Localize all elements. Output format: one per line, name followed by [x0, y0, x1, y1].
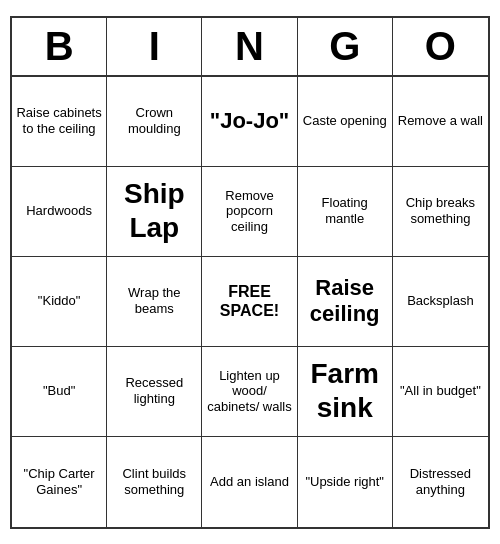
- bingo-cell-12: FREE SPACE!: [202, 257, 297, 347]
- bingo-cell-10: "Kiddo": [12, 257, 107, 347]
- header-letter-I: I: [107, 18, 202, 75]
- bingo-cell-19: "All in budget": [393, 347, 488, 437]
- cell-text-5: Hardwoods: [26, 203, 92, 219]
- cell-text-21: Clint builds something: [111, 466, 197, 497]
- bingo-cell-8: Floating mantle: [298, 167, 393, 257]
- cell-text-3: Caste opening: [303, 113, 387, 129]
- bingo-cell-1: Crown moulding: [107, 77, 202, 167]
- cell-text-24: Distressed anything: [397, 466, 484, 497]
- cell-text-15: "Bud": [43, 383, 75, 399]
- cell-text-17: Lighten up wood/ cabinets/ walls: [206, 368, 292, 415]
- cell-text-1: Crown moulding: [111, 105, 197, 136]
- bingo-card: BINGO Raise cabinets to the ceilingCrown…: [10, 16, 490, 529]
- cell-text-4: Remove a wall: [398, 113, 483, 129]
- cell-text-19: "All in budget": [400, 383, 481, 399]
- cell-text-8: Floating mantle: [302, 195, 388, 226]
- cell-text-20: "Chip Carter Gaines": [16, 466, 102, 497]
- cell-text-14: Backsplash: [407, 293, 473, 309]
- bingo-cell-2: "Jo-Jo": [202, 77, 297, 167]
- bingo-cell-11: Wrap the beams: [107, 257, 202, 347]
- cell-text-2: "Jo-Jo": [210, 108, 290, 134]
- bingo-cell-5: Hardwoods: [12, 167, 107, 257]
- cell-text-0: Raise cabinets to the ceiling: [16, 105, 102, 136]
- cell-text-22: Add an island: [210, 474, 289, 490]
- header-letter-N: N: [202, 18, 297, 75]
- bingo-cell-7: Remove popcorn ceiling: [202, 167, 297, 257]
- cell-text-11: Wrap the beams: [111, 285, 197, 316]
- bingo-cell-9: Chip breaks something: [393, 167, 488, 257]
- bingo-cell-4: Remove a wall: [393, 77, 488, 167]
- bingo-cell-16: Recessed lighting: [107, 347, 202, 437]
- cell-text-18: Farm sink: [302, 357, 388, 424]
- bingo-cell-24: Distressed anything: [393, 437, 488, 527]
- bingo-cell-22: Add an island: [202, 437, 297, 527]
- bingo-cell-21: Clint builds something: [107, 437, 202, 527]
- bingo-cell-15: "Bud": [12, 347, 107, 437]
- cell-text-10: "Kiddo": [38, 293, 80, 309]
- bingo-cell-6: Ship Lap: [107, 167, 202, 257]
- bingo-cell-20: "Chip Carter Gaines": [12, 437, 107, 527]
- bingo-grid: Raise cabinets to the ceilingCrown mould…: [12, 77, 488, 527]
- cell-text-12: FREE SPACE!: [206, 282, 292, 320]
- bingo-cell-23: "Upside right": [298, 437, 393, 527]
- cell-text-13: Raise ceiling: [302, 275, 388, 328]
- bingo-cell-14: Backsplash: [393, 257, 488, 347]
- bingo-cell-17: Lighten up wood/ cabinets/ walls: [202, 347, 297, 437]
- bingo-header: BINGO: [12, 18, 488, 77]
- cell-text-9: Chip breaks something: [397, 195, 484, 226]
- bingo-cell-3: Caste opening: [298, 77, 393, 167]
- header-letter-B: B: [12, 18, 107, 75]
- bingo-cell-0: Raise cabinets to the ceiling: [12, 77, 107, 167]
- header-letter-G: G: [298, 18, 393, 75]
- cell-text-23: "Upside right": [305, 474, 384, 490]
- cell-text-7: Remove popcorn ceiling: [206, 188, 292, 235]
- header-letter-O: O: [393, 18, 488, 75]
- bingo-cell-18: Farm sink: [298, 347, 393, 437]
- bingo-cell-13: Raise ceiling: [298, 257, 393, 347]
- cell-text-6: Ship Lap: [111, 177, 197, 244]
- cell-text-16: Recessed lighting: [111, 375, 197, 406]
